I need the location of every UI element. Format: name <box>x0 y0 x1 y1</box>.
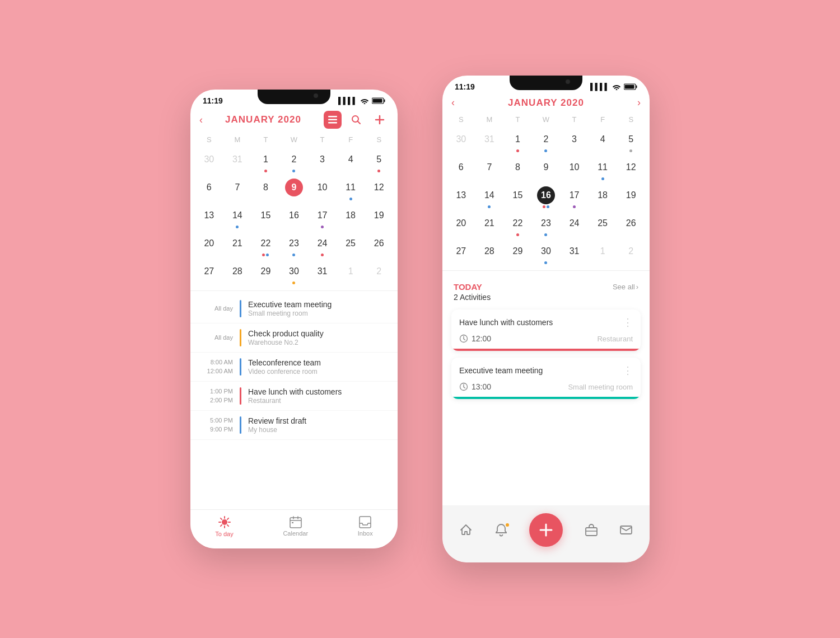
calendar-day[interactable]: 21 <box>223 232 252 259</box>
calendar-day[interactable]: 4 <box>589 128 617 155</box>
calendar-day[interactable]: 14 <box>475 184 504 211</box>
calendar-day[interactable]: 2 <box>617 240 645 267</box>
calendar-day[interactable]: 31 <box>560 240 589 267</box>
calendar-day[interactable]: 25 <box>589 212 617 239</box>
calendar-day[interactable]: 3 <box>560 128 589 155</box>
see-all-btn[interactable]: See all › <box>613 283 638 291</box>
calendar-day[interactable]: 31 <box>223 148 252 175</box>
day-number: 12 <box>622 158 640 176</box>
calendar-day[interactable]: 6 <box>195 176 223 203</box>
card-menu-1[interactable]: ⋮ <box>623 316 633 329</box>
calendar-day[interactable]: 7 <box>223 176 252 203</box>
add-btn-left[interactable] <box>371 111 389 129</box>
calendar-day[interactable]: 8 <box>503 156 532 183</box>
calendar-day[interactable]: 30 <box>195 148 223 175</box>
calendar-day[interactable]: 2 <box>532 128 561 155</box>
calendar-day[interactable]: 23 <box>280 232 309 259</box>
mail-nav-icon[interactable] <box>619 523 633 537</box>
agenda-item-5[interactable]: 5:00 PM9:00 PM Review first draft My hou… <box>190 411 398 440</box>
calendar-day[interactable]: 1 <box>503 128 532 155</box>
calendar-day[interactable]: 21 <box>475 212 504 239</box>
home-nav-icon[interactable] <box>459 523 473 537</box>
calendar-day[interactable]: 13 <box>447 184 475 211</box>
calendar-day[interactable]: 12 <box>617 156 645 183</box>
calendar-day[interactable]: 1 <box>251 148 280 175</box>
calendar-day[interactable]: 20 <box>195 232 223 259</box>
calendar-day[interactable]: 16 <box>280 204 309 231</box>
prev-month-right[interactable]: ‹ <box>451 97 455 109</box>
calendar-day[interactable]: 19 <box>617 184 645 211</box>
calendar-day[interactable]: 20 <box>447 212 475 239</box>
card-menu-2[interactable]: ⋮ <box>623 364 633 377</box>
calendar-day[interactable]: 11 <box>337 176 365 203</box>
agenda-item-3[interactable]: 8:00 AM12:00 AM Teleconference team Vide… <box>190 353 398 382</box>
agenda-item-2[interactable]: All day Check product quality Warehouse … <box>190 323 398 353</box>
calendar-day[interactable]: 18 <box>337 204 365 231</box>
calendar-day[interactable]: 12 <box>365 176 393 203</box>
calendar-day[interactable]: 31 <box>308 260 337 287</box>
calendar-day[interactable]: 2 <box>280 148 309 175</box>
agenda-item-4[interactable]: 1:00 PM2:00 PM Have lunch with customers… <box>190 382 398 411</box>
activity-card-2[interactable]: Executive team meeting ⋮ 13:00 Small mee… <box>451 358 641 399</box>
event-dot <box>544 149 547 152</box>
list-view-btn[interactable] <box>324 111 342 129</box>
activity-card-1[interactable]: Have lunch with customers ⋮ 12:00 Restau… <box>451 309 641 351</box>
calendar-day[interactable]: 2 <box>365 260 393 287</box>
calendar-day[interactable]: 8 <box>251 176 280 203</box>
svg-rect-26 <box>636 86 637 88</box>
calendar-day[interactable]: 29 <box>503 240 532 267</box>
calendar-day[interactable]: 27 <box>195 260 223 287</box>
calendar-day[interactable]: 10 <box>560 156 589 183</box>
calendar-day[interactable]: 1 <box>589 240 617 267</box>
agenda-item-1[interactable]: All day Executive team meeting Small mee… <box>190 294 398 323</box>
calendar-day[interactable]: 24 <box>560 212 589 239</box>
calendar-day[interactable]: 30 <box>532 240 561 267</box>
calendar-day[interactable]: 3 <box>308 148 337 175</box>
nav-today[interactable]: To day <box>215 515 233 537</box>
calendar-day[interactable]: 30 <box>447 128 475 155</box>
calendar-day[interactable]: 10 <box>308 176 337 203</box>
calendar-day[interactable]: 31 <box>475 128 504 155</box>
prev-month-left[interactable]: ‹ <box>199 114 203 126</box>
calendar-day[interactable]: 15 <box>503 184 532 211</box>
calendar-day[interactable]: 25 <box>337 232 365 259</box>
calendar-day[interactable]: 6 <box>447 156 475 183</box>
left-phone: 11:19 ▌▌▌▌ ‹ JANUARY 2020 <box>190 90 398 548</box>
calendar-day[interactable]: 9 <box>280 176 309 203</box>
calendar-day[interactable]: 23 <box>532 212 561 239</box>
search-btn-left[interactable] <box>347 111 365 129</box>
briefcase-nav-icon[interactable] <box>585 523 598 537</box>
calendar-day[interactable]: 26 <box>365 232 393 259</box>
calendar-day[interactable]: 9 <box>532 156 561 183</box>
calendar-day[interactable]: 17 <box>560 184 589 211</box>
calendar-day[interactable]: 13 <box>195 204 223 231</box>
calendar-day[interactable]: 29 <box>251 260 280 287</box>
calendar-day[interactable]: 28 <box>475 240 504 267</box>
calendar-day[interactable]: 22 <box>503 212 532 239</box>
nav-calendar[interactable]: Calendar <box>283 516 308 537</box>
bell-wrap[interactable] <box>494 523 508 537</box>
calendar-day[interactable]: 17 <box>308 204 337 231</box>
calendar-day[interactable]: 15 <box>251 204 280 231</box>
calendar-day[interactable]: 16 <box>532 184 561 211</box>
calendar-day[interactable]: 5 <box>365 148 393 175</box>
calendar-day[interactable]: 18 <box>589 184 617 211</box>
calendar-day[interactable]: 14 <box>223 204 252 231</box>
day-number: 5 <box>622 130 640 148</box>
calendar-day[interactable]: 11 <box>589 156 617 183</box>
fab-add-btn[interactable] <box>529 513 563 547</box>
next-month-right[interactable]: › <box>637 97 641 109</box>
calendar-day[interactable]: 4 <box>337 148 365 175</box>
calendar-day[interactable]: 30 <box>280 260 309 287</box>
calendar-day[interactable]: 28 <box>223 260 252 287</box>
calendar-day[interactable]: 5 <box>617 128 645 155</box>
day-number: 3 <box>566 130 584 148</box>
nav-inbox[interactable]: Inbox <box>358 516 373 537</box>
calendar-day[interactable]: 22 <box>251 232 280 259</box>
calendar-day[interactable]: 24 <box>308 232 337 259</box>
calendar-day[interactable]: 1 <box>337 260 365 287</box>
calendar-day[interactable]: 19 <box>365 204 393 231</box>
calendar-day[interactable]: 26 <box>617 212 645 239</box>
calendar-day[interactable]: 7 <box>475 156 504 183</box>
calendar-day[interactable]: 27 <box>447 240 475 267</box>
